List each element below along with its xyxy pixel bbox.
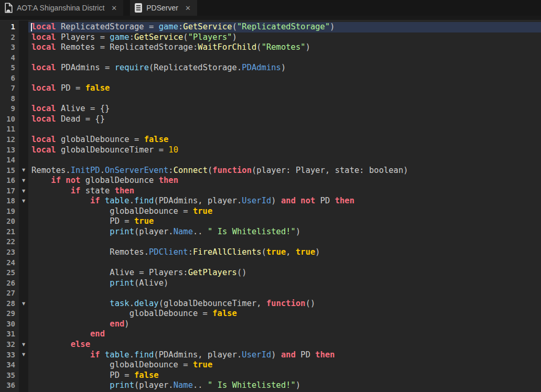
code-text[interactable]: globalDebounce = false: [28, 309, 541, 319]
code-token: local: [31, 63, 56, 72]
code-text[interactable]: task.delay(globalDebounceTimer, function…: [28, 299, 541, 309]
code-line[interactable]: 19 globalDebounce = true: [0, 206, 541, 217]
code-line[interactable]: 26 print(Alive): [0, 278, 541, 289]
code-line[interactable]: 6: [0, 73, 541, 84]
code-text[interactable]: print(player.Name.. " Is Whitelisted!"): [28, 380, 541, 391]
code-line[interactable]: 32▼ else: [0, 340, 541, 350]
code-text[interactable]: Remotes.PDClient:FireAllClients(true, tr…: [28, 247, 541, 258]
code-text[interactable]: if not globalDebounce then: [28, 176, 541, 186]
code-line[interactable]: 7local PD = false: [0, 83, 541, 94]
code-text[interactable]: local globalDebounce = false: [28, 135, 541, 145]
code-line[interactable]: 9local Alive = {}: [0, 104, 541, 114]
code-text[interactable]: [28, 94, 541, 104]
code-text[interactable]: PD = true: [28, 216, 541, 227]
code-line[interactable]: 22: [0, 237, 541, 247]
code-text[interactable]: [28, 73, 541, 84]
code-line[interactable]: 2local Players = game:GetService("Player…: [0, 32, 541, 43]
code-text[interactable]: local Dead = {}: [28, 114, 541, 125]
tab-pdserver[interactable]: PDServer ✕: [130, 0, 197, 16]
code-text[interactable]: if table.find(PDAdmins, player.UserId) a…: [28, 350, 541, 361]
code-text[interactable]: local Remotes = ReplicatedStorage:WaitFo…: [28, 42, 541, 53]
code-text[interactable]: end: [28, 329, 541, 340]
code-line[interactable]: 13local globalDebounceTimer = 10: [0, 145, 541, 156]
code-line[interactable]: 27: [0, 288, 541, 299]
code-text[interactable]: print(player.Name.. " Is Whitelisted!"): [28, 227, 541, 237]
fold-arrow-icon[interactable]: ▼: [22, 343, 25, 347]
code-text[interactable]: if table.find(PDAdmins, player.UserId) a…: [28, 196, 541, 206]
code-line[interactable]: 30 end): [0, 319, 541, 330]
code-editor[interactable]: 1local ReplicatedStorage = game:GetServi…: [0, 20, 541, 392]
code-text[interactable]: local Alive = {}: [28, 104, 541, 114]
fold-arrow-icon[interactable]: ▼: [22, 302, 25, 306]
code-line[interactable]: 23 Remotes.PDClient:FireAllClients(true,…: [0, 247, 541, 258]
code-line[interactable]: 12local globalDebounce = false: [0, 135, 541, 145]
code-line[interactable]: 24: [0, 258, 541, 268]
fold-arrow-icon[interactable]: ▼: [22, 179, 25, 183]
code-line[interactable]: 20 PD = true: [0, 216, 541, 227]
fold-arrow-icon[interactable]: ▼: [22, 189, 25, 193]
code-line[interactable]: 33▼ if table.find(PDAdmins, player.UserI…: [0, 350, 541, 361]
code-line[interactable]: 5local PDAdmins = require(ReplicatedStor…: [0, 63, 541, 73]
code-line[interactable]: 8: [0, 94, 541, 104]
code-line[interactable]: 10local Dead = {}: [0, 114, 541, 125]
fold-arrow-icon[interactable]: ▼: [22, 353, 25, 357]
code-line[interactable]: 29 globalDebounce = false: [0, 309, 541, 319]
code-line[interactable]: 25 Alive = Players:GetPlayers(): [0, 268, 541, 278]
code-text[interactable]: local globalDebounceTimer = 10: [28, 145, 541, 156]
code-text[interactable]: else: [28, 340, 541, 350]
code-text[interactable]: local ReplicatedStorage = game:GetServic…: [28, 22, 541, 32]
code-line[interactable]: 4: [0, 53, 541, 63]
fold-column: ▼: [19, 196, 28, 206]
code-text[interactable]: [28, 288, 541, 299]
line-number: 32: [0, 340, 19, 350]
code-line[interactable]: 14: [0, 155, 541, 166]
code-token: true: [193, 206, 212, 216]
tabbar-divider: [0, 16, 541, 20]
code-text[interactable]: [28, 237, 541, 247]
code-text[interactable]: [28, 258, 541, 268]
code-line[interactable]: 16▼ if not globalDebounce then: [0, 176, 541, 186]
code-line[interactable]: 36 print(player.Name.. " Is Whitelisted!…: [0, 380, 541, 391]
code-text[interactable]: [28, 124, 541, 135]
code-text[interactable]: [28, 155, 541, 166]
code-text[interactable]: globalDebounce = true: [28, 206, 541, 217]
code-line[interactable]: 31 end: [0, 329, 541, 340]
code-text[interactable]: Alive = Players:GetPlayers(): [28, 268, 541, 278]
code-text[interactable]: [28, 53, 541, 63]
line-number: 29: [0, 309, 19, 319]
fold-column: [19, 73, 28, 84]
code-line[interactable]: 17▼ if state then: [0, 186, 541, 197]
line-number: 26: [0, 278, 19, 289]
script-editor-window: AOT:A Shiganshina District ✕ PDServer ✕ …: [0, 0, 541, 392]
code-line[interactable]: 3local Remotes = ReplicatedStorage:WaitF…: [0, 42, 541, 53]
code-line[interactable]: 21 print(player.Name.. " Is Whitelisted!…: [0, 227, 541, 237]
code-line[interactable]: 35 PD = false: [0, 371, 541, 381]
close-tab-icon[interactable]: ✕: [185, 5, 191, 12]
code-text[interactable]: local PD = false: [28, 83, 541, 94]
fold-arrow-icon[interactable]: ▼: [22, 199, 25, 203]
fold-column: ▼: [19, 299, 28, 309]
code-line[interactable]: 18▼ if table.find(PDAdmins, player.UserI…: [0, 196, 541, 206]
code-text[interactable]: globalDebounce = true: [28, 360, 541, 371]
code-line[interactable]: 34 globalDebounce = true: [0, 360, 541, 371]
code-line[interactable]: 15▼Remotes.InitPD.OnServerEvent:Connect(…: [0, 166, 541, 176]
code-text[interactable]: local Players = game:GetService("Players…: [28, 32, 541, 43]
code-text[interactable]: local PDAdmins = require(ReplicatedStora…: [28, 63, 541, 73]
code-text[interactable]: print(Alive): [28, 278, 541, 289]
code-token: and: [281, 196, 296, 205]
code-token: [31, 340, 71, 349]
code-line[interactable]: 1local ReplicatedStorage = game:GetServi…: [0, 22, 541, 32]
code-line[interactable]: 11: [0, 124, 541, 135]
code-token: (: [183, 32, 188, 42]
code-text[interactable]: if state then: [28, 186, 541, 197]
line-number: 3: [0, 42, 19, 53]
code-token: local: [31, 83, 56, 93]
close-tab-icon[interactable]: ✕: [111, 5, 117, 12]
code-text[interactable]: Remotes.InitPD.OnServerEvent:Connect(fun…: [28, 166, 541, 176]
code-text[interactable]: end): [28, 319, 541, 330]
code-text[interactable]: PD = false: [28, 371, 541, 381]
code-line[interactable]: 28▼ task.delay(globalDebounceTimer, func…: [0, 299, 541, 309]
code-token: then: [159, 176, 178, 185]
fold-arrow-icon[interactable]: ▼: [22, 168, 25, 172]
tab-place[interactable]: AOT:A Shiganshina District ✕: [0, 0, 123, 16]
